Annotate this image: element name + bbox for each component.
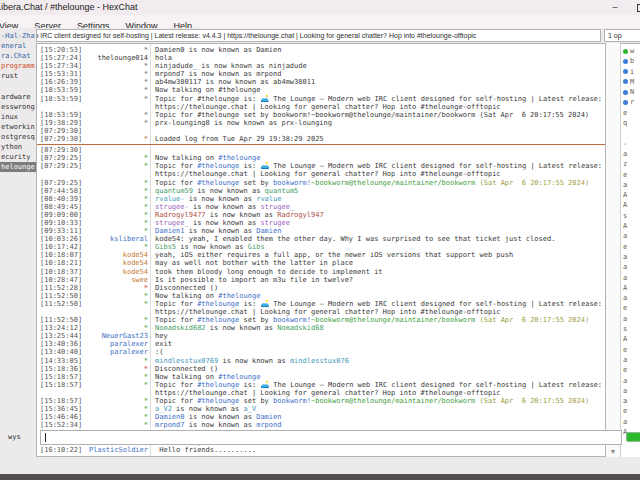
timestamp: [13:24:12] [37,324,84,332]
user-list-item[interactable]: r [621,97,640,107]
user-list-item[interactable]: A [621,221,640,231]
nick [84,103,148,111]
event-marker: * [84,357,148,365]
sidebar-item-raChat[interactable]: ra.Chat [0,51,36,61]
user-list-item[interactable]: a [621,262,640,272]
sidebar-item-HalZha[interactable]: -Hal-Zha [0,31,36,41]
sidebar-item-eneral[interactable]: eneral [0,41,36,51]
event-marker: * [84,300,148,308]
user-list-item[interactable]: a [621,314,640,324]
user-list-item[interactable]: M [621,77,640,87]
sidebar-item-ecurity[interactable]: ecurity [0,152,36,162]
chat-pane[interactable]: [15:20:53]*Damien0 is now known as Damie… [36,43,606,457]
message-text: Gibs5 is now known as Gibs [148,243,265,251]
chat-line: [15:53:31]*mrpond7 is now known as mrpon… [37,70,605,78]
sidebar-item-ython[interactable]: ython [0,142,36,152]
sidebar-item-ardware[interactable]: ardware [0,92,36,102]
sidebar-item-ostgresq[interactable]: ostgresq [0,132,36,142]
message-text: hey [148,332,168,340]
user-list-item[interactable]: A [621,190,640,200]
chat-line: [07:44:58]*quantum59 is now known as qua… [37,187,605,195]
message-text: https://thelounge.chat | Looking for gen… [148,170,501,178]
user-list-item[interactable]: A [621,283,640,293]
user-list-item[interactable]: A [621,200,640,210]
chat-line: [15:18:57]*Topic for #thelounge set by b… [37,397,605,405]
sidebar-item-helounge[interactable]: helounge [0,162,36,172]
user-list-item[interactable]: e [621,108,640,118]
event-marker: * [84,292,148,300]
message-input[interactable] [40,430,622,445]
chat-scrollbar[interactable]: ⋮ ▼ [606,43,620,457]
sidebar-item-esswrong[interactable]: esswrong [0,102,36,112]
user-list-item[interactable]: e [621,242,640,252]
user-list-item[interactable]: e [621,345,640,355]
timestamp: [15:20:53] [37,46,84,54]
chat-line: [13:40:36]paralexerexit [37,340,605,348]
message-text: may as well not bother with the latter i… [148,259,353,267]
user-list-item[interactable]: s [621,211,640,221]
user-list-item[interactable]: a [621,273,640,283]
user-list-item[interactable] [621,128,640,138]
nick [84,389,148,397]
chat-line: [09:09:00]*Radrogyl9477 is now known as … [37,211,605,219]
user-list-item[interactable]: e [621,406,640,416]
window-title: Libera.Chat / #thelounge - HexChat [0,2,138,12]
user-list-item[interactable]: i [621,67,640,77]
topic-bar[interactable]: 🛋️ The Lounge — Modern web IRC client de… [36,29,601,42]
own-nick-label: wys [8,433,21,441]
message-text: Topic for #thelounge set by bookworm!~bo… [148,179,589,187]
user-list[interactable]: wbiMNreq-azeaAAsAaeaaaAaeasAeaeaaaeaA [620,43,640,457]
timestamp: [10:18:07] [37,251,84,259]
chat-line: [09:10:33]*strugee_ is now known as stru… [37,219,605,227]
user-list-item[interactable]: e [621,303,640,313]
user-list-item[interactable]: b [621,56,640,66]
unread-marker-line [37,144,605,145]
event-marker: * [84,62,148,70]
sidebar-item-rust[interactable]: rust [0,71,36,81]
user-list-item[interactable]: a [621,293,640,303]
event-marker: * [84,135,148,143]
user-list-item[interactable]: a [621,355,640,365]
maximize-button[interactable] [630,0,640,15]
user-list-item[interactable]: A [621,334,640,344]
sidebar-item-programm[interactable]: programm [0,61,36,71]
message-text: yeah, iOS either requires a full app, or… [148,251,513,259]
timestamp: [15:27:34] [37,62,84,70]
input-row: wys [0,430,640,446]
sidebar-item-etworkin[interactable]: etworkin [0,122,36,132]
nick: paralexer [84,348,148,356]
user-list-item[interactable]: a [621,149,640,159]
sidebar-item-inux[interactable]: inux [0,112,36,122]
minimize-button[interactable]: – [604,0,626,15]
user-list-item[interactable]: - [621,139,640,149]
event-marker: * [84,397,148,405]
scrollbar-down-arrow-icon[interactable]: ▼ [608,447,618,456]
user-list-item[interactable]: e [621,170,640,180]
user-list-item[interactable]: a [621,386,640,396]
user-list-item[interactable]: a [621,180,640,190]
user-list-item[interactable]: a [621,376,640,386]
chat-line: [10:17:42]*Gibs5 is now known as Gibs [37,243,605,251]
user-list-item[interactable]: q [621,118,640,128]
message-text: exit [148,340,172,348]
user-list-item[interactable]: a [621,417,640,427]
user-list-item[interactable]: a [621,231,640,241]
timestamp: [07:29:30] [37,127,84,135]
message-text: mrpond7 is now known as mrpond [148,421,281,429]
nick: ksliberal [84,235,148,243]
event-marker: * [84,70,148,78]
timestamp: [10:18:21] [37,259,84,267]
user-list-item[interactable]: N [621,87,640,97]
message-text: strugee_ is now known as strugee [148,219,290,227]
user-list-item[interactable]: a [621,396,640,406]
user-list-item[interactable]: s [621,324,640,334]
chat-line: [18:53:59]*Topic for #thelounge set by b… [37,111,605,119]
channel-tree[interactable]: -Hal-Zhaeneralra.Chatprogrammrustardware… [0,28,36,477]
message-text: rvalue- is now known as rvalue [148,195,281,203]
user-list-item[interactable]: a [621,252,640,262]
user-list-item[interactable]: e [621,365,640,375]
user-list-item[interactable]: z [621,159,640,169]
user-list-item[interactable]: w [621,46,640,56]
chat-line: [10:03:26]ksliberalkode54: yeah, I enabl… [37,235,605,243]
nick: NeuerGast23 [84,332,148,340]
